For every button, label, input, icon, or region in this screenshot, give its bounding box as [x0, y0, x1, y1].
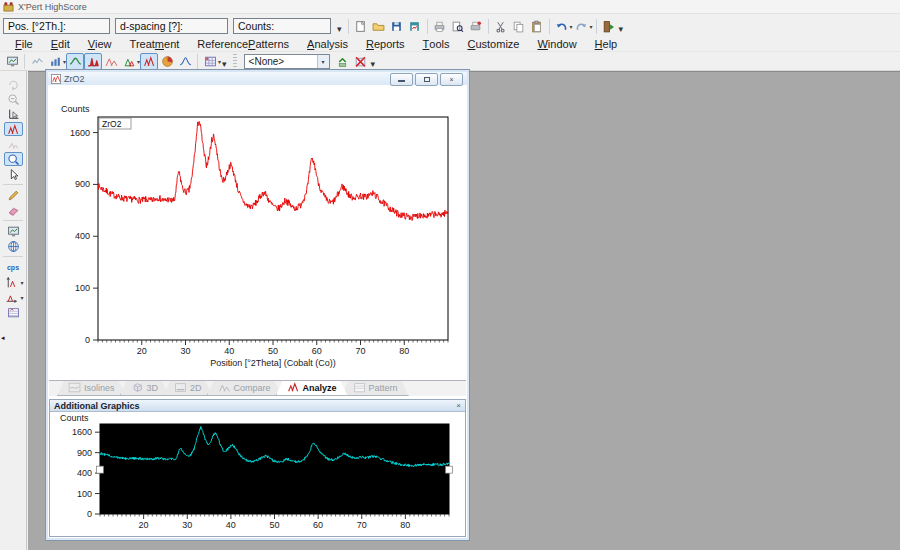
- svg-text:1600: 1600: [72, 427, 92, 437]
- menu-edit[interactable]: Edit: [42, 37, 79, 52]
- print-settings-icon[interactable]: [467, 18, 485, 35]
- counts-field[interactable]: Counts:: [233, 18, 331, 34]
- document-title: ZrO2: [64, 74, 85, 84]
- svg-text:100: 100: [77, 489, 92, 499]
- app-logo-icon: [3, 0, 14, 16]
- additional-graphics-panel: Additional Graphics × Counts203040506070…: [49, 399, 466, 537]
- menu-customize[interactable]: Customize: [458, 37, 528, 52]
- copy-icon[interactable]: [510, 18, 528, 35]
- sidebar-peak-mode-icon[interactable]: [4, 122, 23, 136]
- sidebar-globe-target-icon[interactable]: [4, 239, 23, 253]
- sidebar-y-axis-scale-dropdown-icon[interactable]: ▾: [20, 279, 23, 286]
- paste-icon[interactable]: [528, 18, 546, 35]
- sidebar-x-axis-scale-icon[interactable]: [2, 290, 21, 304]
- document-title-bar[interactable]: ZrO2 ×: [48, 72, 467, 85]
- overview-chart[interactable]: Counts2030405060708001004009001600: [52, 413, 462, 536]
- sidebar-eraser-icon[interactable]: [4, 203, 23, 217]
- sidebar-zoom-in-icon[interactable]: [4, 152, 23, 166]
- svg-text:Counts: Counts: [61, 104, 90, 114]
- overview-range-handle-right[interactable]: [446, 466, 453, 473]
- toolbar-overflow-icon[interactable]: ▾: [337, 26, 342, 32]
- svg-text:400: 400: [75, 231, 90, 241]
- redo-icon[interactable]: [573, 18, 591, 35]
- delta-peaks-icon[interactable]: [120, 53, 138, 70]
- overview-range-handle-left[interactable]: [97, 466, 104, 473]
- profile-fit-icon[interactable]: [176, 53, 194, 70]
- menu-reference-patterns[interactable]: Reference Patterns: [188, 37, 298, 52]
- pattern-grid-icon[interactable]: [201, 53, 219, 70]
- tab-3d[interactable]: 3D: [120, 381, 170, 396]
- tab-compare[interactable]: Compare: [207, 381, 282, 396]
- tab-analyze[interactable]: Analyze: [276, 381, 348, 396]
- combobox-value: <None>: [249, 56, 285, 67]
- pattern-grid-dropdown-icon[interactable]: ▾: [218, 58, 221, 65]
- sidebar-x-axis-scale-dropdown-icon[interactable]: ▾: [20, 294, 23, 301]
- svg-text:20: 20: [137, 346, 147, 356]
- additional-graphics-title: Additional Graphics: [54, 401, 140, 411]
- svg-text:1600: 1600: [70, 128, 90, 138]
- chevron-down-icon[interactable]: ▾: [317, 55, 329, 68]
- dspacing-field[interactable]: d-spacing [?]:: [115, 18, 228, 34]
- sidebar-y-axis-scale-icon[interactable]: [2, 275, 21, 289]
- reference-pattern-combobox[interactable]: <None>▾: [244, 54, 330, 69]
- toolbar-grip[interactable]: [233, 54, 237, 68]
- save-file-icon[interactable]: [388, 18, 406, 35]
- svg-text:900: 900: [75, 179, 90, 189]
- smooth-line-icon[interactable]: [66, 53, 84, 70]
- panel-close-icon[interactable]: ×: [456, 402, 461, 410]
- cut-icon[interactable]: [492, 18, 510, 35]
- peaks-outline-icon[interactable]: [102, 53, 120, 70]
- svg-text:70: 70: [357, 520, 367, 530]
- menu-file[interactable]: File: [6, 37, 42, 52]
- menu-reports[interactable]: Reports: [357, 37, 414, 52]
- sidebar-pattern-table-icon[interactable]: [4, 305, 23, 319]
- sidebar-axis-pointer-icon[interactable]: [4, 107, 23, 121]
- menu-help[interactable]: Help: [586, 37, 627, 52]
- main-chart[interactable]: Counts2030405060708001004009001600Positi…: [51, 102, 461, 374]
- display-mode-icon[interactable]: [3, 53, 21, 70]
- undo-icon[interactable]: [553, 18, 571, 35]
- document-window: ZrO2 × Counts203040506070800100400900160…: [45, 69, 470, 541]
- bar-graph-icon[interactable]: [46, 53, 64, 70]
- menu-window[interactable]: Window: [528, 37, 585, 52]
- menu-tools[interactable]: Tools: [414, 37, 459, 52]
- print-icon[interactable]: [431, 18, 449, 35]
- svg-text:900: 900: [77, 448, 92, 458]
- menu-treatment[interactable]: Treatment: [121, 37, 189, 52]
- open-file-icon[interactable]: [370, 18, 388, 35]
- toolbar-overflow-icon[interactable]: ▾: [222, 61, 227, 67]
- svg-text:30: 30: [182, 520, 192, 530]
- print-preview-icon[interactable]: [449, 18, 467, 35]
- tab-isolines[interactable]: Isolines: [57, 381, 126, 396]
- tab-pattern[interactable]: Pattern: [342, 381, 409, 396]
- pie-chart-icon[interactable]: [158, 53, 176, 70]
- accept-pattern-icon[interactable]: [334, 53, 352, 70]
- peaks-filled-icon[interactable]: [84, 53, 102, 70]
- tab-label: Isolines: [84, 383, 115, 393]
- close-button[interactable]: ×: [440, 73, 463, 86]
- menu-analysis[interactable]: Analysis: [298, 37, 357, 52]
- minimize-button[interactable]: [390, 73, 413, 86]
- save-analysis-icon[interactable]: [406, 18, 424, 35]
- exit-icon[interactable]: [600, 18, 618, 35]
- menu-view[interactable]: View: [79, 37, 121, 52]
- sidebar-pencil-icon[interactable]: [4, 188, 23, 202]
- toolbar-overflow-icon[interactable]: ▾: [371, 61, 376, 67]
- new-document-icon[interactable]: [352, 18, 370, 35]
- line-graph-icon[interactable]: [28, 53, 46, 70]
- svg-text:50: 50: [269, 520, 279, 530]
- panel-collapse-handle[interactable]: ◂: [1, 334, 6, 342]
- toolbar-overflow-icon[interactable]: ▾: [619, 26, 624, 32]
- tab-label: Compare: [234, 383, 271, 393]
- peak-analyze-icon[interactable]: [140, 53, 158, 70]
- tab-2d[interactable]: 2D: [163, 381, 213, 396]
- additional-graphics-header[interactable]: Additional Graphics ×: [50, 400, 465, 412]
- restore-button[interactable]: [415, 73, 438, 86]
- delete-pattern-icon[interactable]: [352, 53, 370, 70]
- position-field[interactable]: Pos. [°2Th.]:: [3, 18, 110, 34]
- sidebar-pointer-icon[interactable]: [4, 167, 23, 181]
- sidebar-display-graphics-icon[interactable]: [4, 224, 23, 238]
- sidebar-cps-units-icon[interactable]: cps: [4, 260, 23, 274]
- tab-pattern-icon: [353, 381, 366, 396]
- redo-dropdown-icon[interactable]: ▾: [590, 23, 593, 30]
